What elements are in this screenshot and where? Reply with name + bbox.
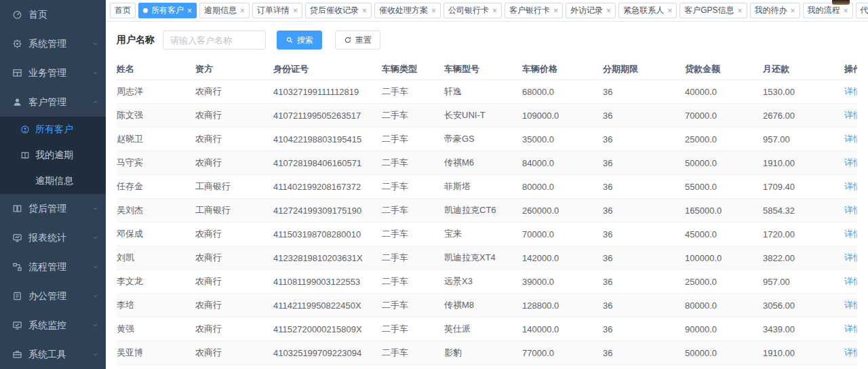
grid-icon <box>12 68 22 78</box>
tab-label: 外访记录 <box>570 5 603 16</box>
detail-link[interactable]: 详情 <box>844 134 857 144</box>
tab-label: 催收处理方案 <box>379 5 428 16</box>
submenu-item-0[interactable]: 所有客户 <box>0 117 106 142</box>
tab-label: 客户银行卡 <box>509 5 550 16</box>
tab-8[interactable]: 外访记录× <box>566 3 616 18</box>
cell-action: 详情 <box>844 299 857 311</box>
close-icon[interactable]: × <box>293 7 298 15</box>
sidebar-item-label: 业务管理 <box>28 67 66 79</box>
cell-vehicle_type: 二手车 <box>382 109 444 121</box>
cell-monthly_payment: 5854.32 <box>763 206 844 216</box>
tab-10[interactable]: 客户GPS信息× <box>679 3 747 18</box>
sidebar-item-9[interactable]: 系统工具 <box>0 340 106 369</box>
cell-vehicle_price: 68000.0 <box>522 87 603 97</box>
cell-vehicle_type: 二手车 <box>382 252 444 264</box>
detail-link[interactable]: 详情 <box>844 229 857 239</box>
cell-vehicle_model: 轩逸 <box>444 85 522 98</box>
cell-vehicle_model: 传祺M8 <box>444 299 522 311</box>
cell-funder: 农商行 <box>195 85 273 98</box>
close-icon[interactable]: × <box>737 7 742 15</box>
tab-6[interactable]: 公司银行卡× <box>443 3 502 18</box>
close-icon[interactable]: × <box>240 7 245 15</box>
detail-link[interactable]: 详情 <box>844 110 857 120</box>
tab-7[interactable]: 客户银行卡× <box>505 3 563 18</box>
table-row: 李文龙农商行411081199003122553二手车远景X339000.036… <box>117 270 857 294</box>
cell-name: 吴亚博 <box>117 347 195 359</box>
tab-0[interactable]: 首页 <box>110 3 136 18</box>
tab-2[interactable]: 逾期信息× <box>199 3 250 18</box>
close-icon[interactable]: × <box>431 7 436 15</box>
tab-12[interactable]: 我的流程× <box>803 3 853 18</box>
avatar[interactable] <box>832 0 850 5</box>
sidebar-item-0[interactable]: 首页 <box>0 0 106 29</box>
sidebar-item-label: 系统管理 <box>28 38 66 50</box>
detail-link[interactable]: 详情 <box>844 276 857 286</box>
cell-id_number: 411081199003122553 <box>273 277 382 287</box>
detail-link[interactable]: 详情 <box>844 181 857 191</box>
detail-link[interactable]: 详情 <box>844 300 857 310</box>
cell-action: 详情 <box>844 347 857 359</box>
sidebar-item-6[interactable]: 流程管理 <box>0 252 106 281</box>
tab-label: 首页 <box>115 5 131 16</box>
detail-link[interactable]: 详情 <box>844 347 857 357</box>
submenu-item-2[interactable]: 逾期信息 <box>0 168 106 194</box>
cell-monthly_payment: 2676.00 <box>763 111 844 121</box>
cell-action: 详情 <box>844 109 857 121</box>
close-icon[interactable]: × <box>667 7 672 15</box>
tab-bar: 首页所有客户×逾期信息×订单详情×贷后催收记录×催收处理方案×公司银行卡×客户银… <box>106 0 868 22</box>
sidebar-item-7[interactable]: 办公管理 <box>0 281 106 311</box>
sidebar-nav: 首页系统管理业务管理客户管理所有客户我的逾期逾期信息贷后管理报表统计流程管理办公… <box>0 0 106 369</box>
cell-funder: 农商行 <box>195 347 273 359</box>
detail-link[interactable]: 详情 <box>844 205 857 215</box>
submenu-item-1[interactable]: 我的逾期 <box>0 142 106 168</box>
sidebar-item-2[interactable]: 业务管理 <box>0 58 106 88</box>
sidebar-item-1[interactable]: 系统管理 <box>0 29 106 58</box>
submenu: 所有客户我的逾期逾期信息 <box>0 117 106 194</box>
tab-1[interactable]: 所有客户× <box>138 3 197 18</box>
search-input[interactable] <box>163 31 266 50</box>
reset-button[interactable]: 重置 <box>335 31 380 50</box>
cell-vehicle_price: 128800.0 <box>522 300 603 311</box>
close-icon[interactable]: × <box>187 7 192 15</box>
tab-11[interactable]: 我的待办× <box>750 3 800 18</box>
tab-4[interactable]: 贷后催收记录× <box>305 3 372 18</box>
dashboard-icon <box>12 9 22 20</box>
cell-name: 赵晓卫 <box>117 133 195 145</box>
sidebar-item-8[interactable]: 系统监控 <box>0 311 106 340</box>
cell-name: 马守宾 <box>117 157 195 169</box>
detail-link[interactable]: 详情 <box>844 86 857 96</box>
sidebar-item-5[interactable]: 报表统计 <box>0 223 106 252</box>
detail-link[interactable]: 详情 <box>844 324 857 334</box>
cell-loan_amount: 50000.0 <box>685 158 763 168</box>
sidebar-item-3[interactable]: 客户管理 <box>0 88 106 117</box>
cell-vehicle_type: 二手车 <box>382 133 444 145</box>
cell-vehicle_price: 142000.0 <box>522 253 603 263</box>
cell-id_number: 41152720000215809X <box>273 324 382 334</box>
close-icon[interactable]: × <box>553 7 558 15</box>
detail-link[interactable]: 详情 <box>844 157 857 168</box>
cell-loan_amount: 80000.0 <box>685 300 763 311</box>
tab-label: 我的待办 <box>755 5 787 16</box>
tools-icon <box>12 349 22 360</box>
table-row: 周志洋农商行410327199111112819二手车轩逸68000.03640… <box>117 80 857 104</box>
cell-vehicle_model: 菲斯塔 <box>444 180 522 193</box>
close-icon[interactable]: × <box>606 7 611 15</box>
close-icon[interactable]: × <box>362 7 367 15</box>
tab-3[interactable]: 订单详情× <box>252 3 302 18</box>
tab-5[interactable]: 催收处理方案× <box>374 3 441 18</box>
cell-action: 详情 <box>844 275 857 288</box>
close-icon[interactable]: × <box>492 7 497 15</box>
close-icon[interactable]: × <box>791 7 795 15</box>
cell-monthly_payment: 1720.00 <box>763 229 844 239</box>
tab-13[interactable]: 代签任务× <box>856 3 868 18</box>
search-button[interactable]: 搜索 <box>277 31 322 50</box>
cell-name: 吴刘杰 <box>117 204 195 216</box>
tab-9[interactable]: 紧急联系人× <box>618 3 677 18</box>
chevron-down-icon <box>92 263 99 271</box>
cell-installment_term: 36 <box>603 158 685 168</box>
cell-vehicle_price: 80000.0 <box>522 182 603 192</box>
cell-vehicle_type: 二手车 <box>382 204 444 216</box>
close-icon[interactable]: × <box>844 7 848 15</box>
sidebar-item-4[interactable]: 贷后管理 <box>0 194 106 223</box>
detail-link[interactable]: 详情 <box>844 252 857 263</box>
